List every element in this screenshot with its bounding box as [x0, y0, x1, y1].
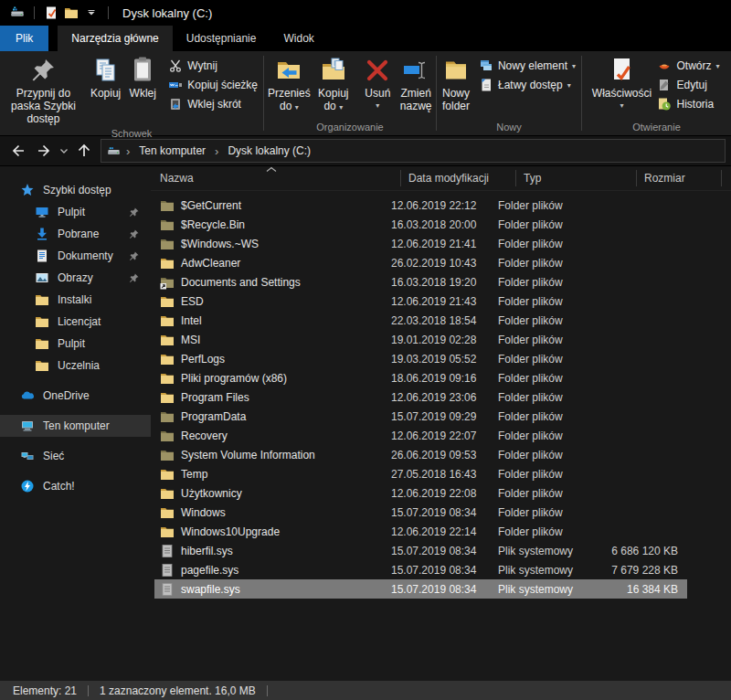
sidebar-item-obrazy[interactable]: Obrazy — [0, 267, 151, 289]
file-row-hiberfil-sys[interactable]: hiberfil.sys15.07.2019 08:34Plik systemo… — [154, 541, 687, 560]
file-row-użytkownicy[interactable]: Użytkownicy12.06.2019 22:08Folder plików — [154, 483, 687, 503]
button-label: Zmień nazwę — [400, 87, 432, 112]
breadcrumb-local-disk-c[interactable]: Dysk lokalny (C:) — [224, 143, 314, 159]
recent-locations-dropdown[interactable] — [57, 139, 71, 163]
file-row-msi[interactable]: MSI19.01.2019 02:28Folder plików — [154, 330, 687, 349]
file-row-pliki-programów-x86[interactable]: Pliki programów (x86)18.06.2019 09:16Fol… — [154, 368, 687, 387]
sidebar-item-instalki[interactable]: Instalki — [0, 289, 151, 311]
properties-check-icon — [44, 5, 58, 20]
file-name: Recovery — [181, 430, 228, 442]
column-header-type[interactable]: Typ — [516, 170, 637, 186]
sidebar-item-szybki-dostęp[interactable]: Szybki dostęp — [0, 179, 151, 201]
file-row-windows-ws[interactable]: $Windows.~WS12.06.2019 21:41Folder plikó… — [154, 234, 687, 253]
edit-button[interactable]: Edytuj — [657, 78, 719, 92]
folder-icon — [64, 5, 79, 20]
file-row-program-files[interactable]: Program Files12.06.2019 23:06Folder plik… — [154, 387, 687, 407]
file-panel: Nazwa Data modyfikacji Typ Rozmiar $GetC… — [151, 166, 731, 683]
file-name-cell: Temp — [154, 467, 391, 482]
desktop-icon — [35, 205, 49, 219]
column-header-date-modified[interactable]: Data modyfikacji — [401, 170, 516, 186]
move-to-button[interactable]: Przenieś do ▾ — [264, 51, 314, 115]
file-row-programdata[interactable]: ProgramData15.07.2019 09:29Folder plików — [154, 407, 687, 426]
sidebar-item-dokumenty[interactable]: Dokumenty — [0, 245, 151, 267]
sidebar-item-label: Catch! — [43, 480, 75, 493]
new-folder-icon — [441, 56, 471, 85]
sidebar-item-pulpit[interactable]: Pulpit — [0, 333, 151, 355]
file-row-getcurrent[interactable]: $GetCurrent12.06.2019 22:12Folder plików — [154, 196, 687, 215]
qat-customize-dropdown[interactable] — [81, 3, 101, 23]
drive-icon — [107, 144, 121, 158]
file-name: swapfile.sys — [181, 583, 240, 596]
file-row-perflogs[interactable]: PerfLogs19.03.2019 05:52Folder plików — [154, 349, 687, 368]
new-folder-button[interactable]: Nowy folder — [437, 51, 475, 115]
sidebar-item-label: Obrazy — [58, 271, 93, 284]
file-row-documents-and-settings[interactable]: Documents and Settings16.03.2018 19:20Fo… — [154, 272, 687, 292]
file-name: MSI — [181, 334, 200, 346]
paste-button[interactable]: Wklej — [124, 51, 161, 102]
new-item-button[interactable]: Nowy element ▾ — [479, 58, 576, 73]
sort-ascending-icon — [265, 166, 278, 173]
rename-button[interactable]: Zmień nazwę — [396, 51, 436, 115]
file-row-windows10upgrade[interactable]: Windows10Upgrade12.06.2019 22:14Folder p… — [154, 522, 687, 541]
sidebar-item-label: Sieć — [43, 450, 64, 462]
tab-home[interactable]: Narzędzia główne — [58, 26, 172, 51]
qat-properties-button[interactable] — [41, 3, 61, 23]
file-date: 15.07.2019 08:34 — [391, 545, 498, 557]
file-date: 22.03.2018 18:54 — [391, 314, 498, 327]
pin-icon — [128, 228, 140, 240]
file-type: Folder plików — [498, 238, 610, 250]
sidebar-item-catch![interactable]: Catch! — [0, 475, 151, 497]
file-name: $Windows.~WS — [181, 238, 259, 250]
sidebar-item-ten-komputer[interactable]: Ten komputer — [0, 415, 151, 437]
sidebar-item-label: Pulpit — [58, 337, 85, 350]
file-name-cell: MSI — [154, 333, 391, 347]
delete-button[interactable]: Usuń ▾ — [359, 51, 396, 111]
sidebar-item-sieć[interactable]: Sieć — [0, 445, 151, 467]
cut-button[interactable]: Wytnij — [168, 58, 258, 73]
button-label: Wytnij — [187, 59, 217, 72]
file-row-windows[interactable]: Windows15.07.2019 08:34Folder plików — [154, 503, 687, 522]
tab-view[interactable]: Widok — [270, 26, 327, 51]
properties-button[interactable]: Właściwości ▾ — [588, 51, 655, 111]
copy-button[interactable]: Kopiuj — [87, 51, 124, 102]
copy-to-button[interactable]: Kopiuj do ▾ — [314, 51, 353, 115]
tab-share[interactable]: Udostępnianie — [173, 26, 270, 51]
folder-hidden-icon — [160, 198, 175, 213]
file-row-esd[interactable]: ESD12.06.2019 21:43Folder plików — [154, 292, 687, 311]
sidebar-item-licencjat[interactable]: Licencjat — [0, 311, 151, 333]
onedrive-cloud-icon — [20, 388, 35, 403]
forward-button[interactable] — [31, 139, 57, 163]
file-type: Plik systemowy — [498, 545, 610, 557]
file-list: $GetCurrent12.06.2019 22:12Folder plików… — [151, 191, 731, 599]
address-bar[interactable]: › Ten komputer › Dysk lokalny (C:) — [101, 139, 726, 163]
history-button[interactable]: Historia — [657, 97, 719, 111]
file-row-recovery[interactable]: Recovery12.06.2019 22:07Folder plików — [154, 426, 687, 445]
file-type: Plik systemowy — [498, 564, 610, 577]
file-row-pagefile-sys[interactable]: pagefile.sys15.07.2019 08:34Plik systemo… — [154, 560, 687, 579]
easy-access-button[interactable]: Łatwy dostęp ▾ — [479, 78, 576, 92]
file-date: 15.07.2019 09:29 — [391, 410, 498, 423]
paste-shortcut-button[interactable]: Wklej skrót — [168, 97, 258, 111]
file-row-temp[interactable]: Temp27.05.2018 16:43Folder plików — [154, 464, 687, 483]
file-row-swapfile-sys[interactable]: swapfile.sys15.07.2019 08:34Plik systemo… — [154, 579, 687, 599]
breadcrumb-this-pc[interactable]: Ten komputer — [135, 143, 209, 159]
sidebar-item-pulpit[interactable]: Pulpit — [0, 201, 151, 223]
file-row-system-volume-information[interactable]: System Volume Information26.06.2019 09:5… — [154, 445, 687, 464]
pin-to-quick-access-button[interactable]: Przypnij do paska Szybki dostęp — [0, 51, 87, 127]
tab-file[interactable]: Plik — [0, 26, 48, 51]
column-header-size[interactable]: Rozmiar — [637, 170, 722, 186]
file-row-intel[interactable]: Intel22.03.2018 18:54Folder plików — [154, 311, 687, 330]
sidebar-item-uczelnia[interactable]: Uczelnia — [0, 355, 151, 377]
sidebar-item-pobrane[interactable]: Pobrane — [0, 223, 151, 245]
dropdown-caret: ▾ — [716, 62, 720, 70]
file-row-recycle-bin[interactable]: $Recycle.Bin16.03.2018 20:00Folder plikó… — [154, 215, 687, 234]
file-date: 15.07.2019 08:34 — [391, 564, 498, 577]
file-row-adwcleaner[interactable]: AdwCleaner26.02.2019 10:43Folder plików — [154, 253, 687, 272]
copy-path-button[interactable]: Kopiuj ścieżkę — [168, 78, 258, 92]
back-button[interactable] — [5, 139, 31, 163]
open-button[interactable]: Otwórz ▾ — [657, 58, 719, 73]
up-button[interactable] — [71, 139, 97, 163]
file-type: Folder plików — [498, 506, 610, 519]
qat-new-folder-button[interactable] — [61, 3, 81, 23]
sidebar-item-onedrive[interactable]: OneDrive — [0, 385, 151, 407]
